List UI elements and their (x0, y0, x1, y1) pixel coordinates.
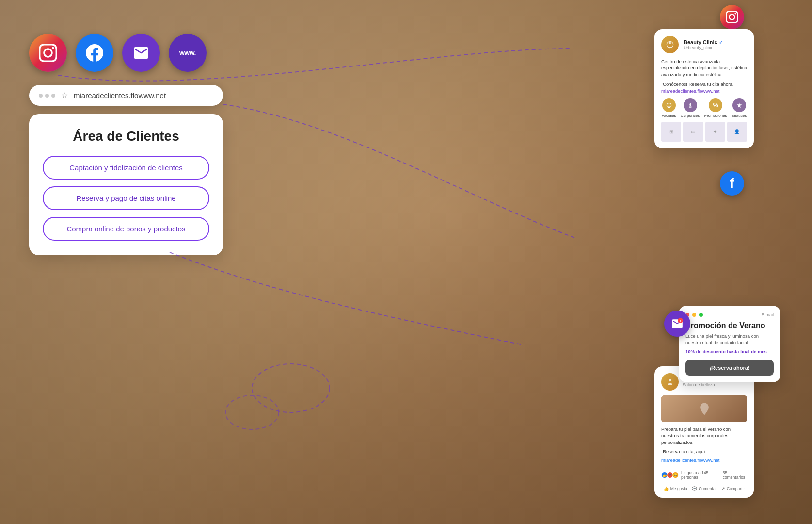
email-body: Luce una piel fresca y luminosa con nues… (685, 333, 774, 346)
email-header-label: E-mail (761, 312, 774, 317)
ig-description: Centro de estética avanzada especializad… (661, 58, 747, 78)
ig-verified-badge: ✓ (719, 40, 723, 45)
email-title: Promoción de Verano (685, 321, 774, 330)
fb-share-icon: ↗ (721, 486, 725, 491)
browser-star-icon: ☆ (61, 91, 68, 100)
email-card: 1 E-mail Promoción de Verano Luce una pi… (679, 306, 780, 382)
fb-profile-subtitle: Salón de belleza (683, 382, 726, 387)
email-cta-button[interactable]: ¡Reserva ahora! (685, 360, 774, 376)
fb-haha-reaction: 😄 (672, 472, 679, 478)
ig-cta-text: ¡Conócenos! Reserva tu cita ahora. (661, 82, 747, 87)
client-area-card: Área de Clientes Captación y fidelizació… (29, 114, 223, 255)
fb-post-image (661, 395, 747, 422)
fb-comment-label: Comentar (699, 486, 716, 491)
browser-dots (39, 94, 55, 98)
browser-dot-3 (51, 94, 55, 98)
fb-like-label: Me gusta (670, 486, 687, 491)
ig-cta-link[interactable]: miareadeclientes.flowww.net (661, 88, 747, 94)
ig-grid-item-4: 👤 (727, 122, 747, 142)
email-dot-green (699, 313, 703, 317)
ig-category-faciales: Faciales (662, 98, 676, 118)
email-icon[interactable] (122, 34, 160, 72)
svg-point-6 (669, 379, 671, 381)
fb-avatar (661, 373, 679, 391)
email-dot-yellow (692, 313, 696, 317)
facebook-card: flowww Beauty ✓ Salón de belleza Prepara… (654, 366, 754, 498)
fb-reaction-icons: 👍 ❤ 😄 (661, 472, 679, 478)
fb-comment-button[interactable]: 💬 Comentar (692, 486, 716, 491)
compra-button[interactable]: Compra online de bonos y productos (43, 217, 209, 241)
ig-promociones-icon: % (709, 98, 722, 112)
ig-faciales-icon (662, 98, 676, 112)
ig-grid-item-1: ⊞ (661, 122, 681, 142)
svg-point-5 (668, 103, 669, 104)
reserva-button[interactable]: Reserva y pago de citas online (43, 186, 209, 210)
fb-reactions-count: Le gusta a 145 personas (681, 470, 720, 480)
ig-category-beauties: Beauties (732, 98, 747, 118)
social-icons-row: www. (29, 34, 207, 72)
ig-corporales-icon (684, 98, 697, 112)
website-icon[interactable]: www. (169, 34, 207, 72)
client-area-title: Área de Clientes (43, 129, 209, 144)
instagram-card-wrapper: Beauty Clinic ✓ @beauty_clinic Centro de… (681, 15, 783, 28)
svg-point-1 (225, 395, 279, 429)
ig-beauties-label: Beauties (732, 114, 747, 118)
fb-share-button[interactable]: ↗ Compartir (721, 486, 745, 491)
fb-like-button[interactable]: 👍 Me gusta (664, 486, 687, 491)
facebook-card-wrapper: f flowww Beauty ✓ Salón de be (681, 182, 783, 196)
fb-actions: 👍 Me gusta 💬 Comentar ↗ Compartir (661, 483, 747, 491)
fb-cta-link[interactable]: miareadelicentes.flowww.net (661, 458, 747, 463)
fb-comment-icon: 💬 (692, 486, 697, 491)
captacion-button[interactable]: Captación y fidelización de clientes (43, 156, 209, 180)
instagram-card: Beauty Clinic ✓ @beauty_clinic Centro de… (654, 29, 754, 148)
browser-dot-1 (39, 94, 43, 98)
fb-comments-count: 55 comentarios (723, 470, 747, 480)
svg-point-3 (669, 42, 671, 44)
ig-avatar (661, 36, 679, 53)
fb-like-icon: 👍 (664, 486, 669, 491)
ig-categories: Faciales Corporales % Promociones (661, 98, 747, 118)
ig-beauties-icon (732, 98, 746, 112)
fb-share-label: Compartir (727, 486, 745, 491)
ig-category-corporales: Corporales (681, 98, 700, 118)
ig-corporales-label: Corporales (681, 114, 700, 118)
svg-text:1: 1 (679, 319, 681, 323)
fb-cta-text: ¡Reserva tu cita, aquí: (661, 448, 747, 455)
ig-profile-info: Beauty Clinic ✓ @beauty_clinic (684, 39, 747, 50)
ig-faciales-label: Faciales (662, 114, 676, 118)
content-layer: www. ☆ miareadeclientes.flowww.net Área … (0, 0, 812, 524)
facebook-icon[interactable] (76, 34, 113, 72)
browser-bar: ☆ miareadeclientes.flowww.net (29, 85, 223, 106)
instagram-badge (720, 5, 744, 29)
instagram-icon[interactable] (29, 34, 67, 72)
fb-reactions: 👍 ❤ 😄 Le gusta a 145 personas 55 comenta… (661, 467, 747, 480)
browser-url[interactable]: miareadeclientes.flowww.net (74, 91, 166, 99)
ig-handle: @beauty_clinic (684, 45, 747, 50)
ig-category-promociones: % Promociones (704, 98, 727, 118)
email-header-bar: E-mail (685, 312, 774, 317)
email-promo: 10% de descuento hasta final de mes (685, 349, 774, 354)
ig-profile-name: Beauty Clinic ✓ (684, 39, 747, 45)
ig-grid-item-3: ✦ (705, 122, 725, 142)
ig-grid: ⊞ ▭ ✦ 👤 (661, 122, 747, 142)
ig-grid-item-2: ▭ (683, 122, 703, 142)
fb-post-text: Prepara tu piel para el verano con nuest… (661, 426, 747, 445)
svg-point-0 (252, 364, 330, 412)
ig-promociones-label: Promociones (704, 114, 727, 118)
ig-card-header: Beauty Clinic ✓ @beauty_clinic (661, 36, 747, 53)
browser-dot-2 (45, 94, 49, 98)
facebook-badge: f (720, 171, 744, 196)
email-badge: 1 (664, 311, 690, 337)
